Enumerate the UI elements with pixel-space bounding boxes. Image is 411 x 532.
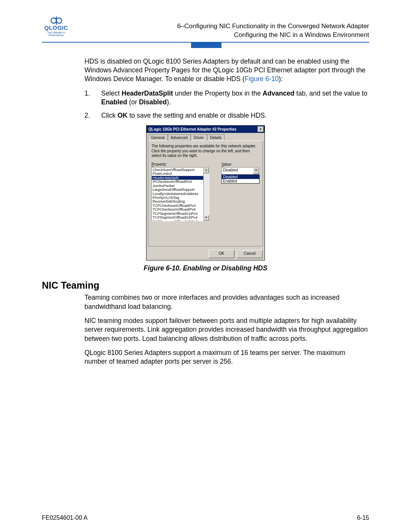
steps-list: Select HeaderDataSplit under the Propert… bbox=[84, 89, 369, 120]
close-icon[interactable]: × bbox=[258, 126, 264, 132]
figure-caption: Figure 6-10. Enabling or Disabling HDS bbox=[42, 264, 369, 272]
section-heading-nic-teaming: NIC Teaming bbox=[42, 280, 369, 291]
value-combobox[interactable]: Disabled ▼ bbox=[221, 167, 260, 174]
value-option[interactable]: Disabled bbox=[222, 175, 259, 179]
step-1: Select HeaderDataSplit under the Propert… bbox=[84, 89, 369, 107]
value-dropdown[interactable]: DisabledEnabled bbox=[221, 174, 260, 184]
header-line-1: 6–Configuring NIC Functionality in the C… bbox=[177, 22, 369, 31]
tab-strip: General Advanced Driver Details bbox=[147, 133, 264, 141]
logo: QLOGIC The Ultimate in Performance bbox=[42, 15, 70, 37]
svg-point-1 bbox=[56, 18, 62, 23]
logo-name: QLOGIC bbox=[42, 24, 70, 31]
ok-button[interactable]: OK bbox=[209, 250, 234, 258]
figure-link[interactable]: Figure 6-10 bbox=[245, 75, 279, 83]
intro-text: HDS is disabled on QLogic 8100 Series Ad… bbox=[84, 58, 365, 83]
value-label: Value: bbox=[221, 162, 260, 166]
logo-tagline: The Ultimate in Performance bbox=[42, 31, 70, 37]
step-2: Click OK to save the setting and enable … bbox=[84, 111, 369, 120]
dialog-description: The following properties are available f… bbox=[151, 144, 260, 158]
scrollbar[interactable]: ▴ ▾ bbox=[203, 168, 209, 221]
teaming-para-2: NIC teaming modes support failover betwe… bbox=[84, 316, 369, 343]
property-item[interactable]: TCPSegmentOffloadV2IPv6 bbox=[152, 220, 203, 221]
teaming-para-3: QLogic 8100 Series Adapters support a ma… bbox=[84, 348, 369, 366]
property-listbox[interactable]: CheckSumOffloadSupportFlowControlHeaderd… bbox=[151, 167, 209, 221]
svg-point-0 bbox=[51, 18, 56, 23]
intro-paragraph: HDS is disabled on QLogic 8100 Series Ad… bbox=[84, 57, 369, 84]
header-line-2: Configuring the NIC in a Windows Environ… bbox=[177, 31, 369, 40]
value-current: Disabled bbox=[222, 168, 253, 174]
chevron-down-icon[interactable]: ▼ bbox=[253, 168, 259, 174]
properties-dialog: QLogic 10Gb PCI Ethernet Adapter #2 Prop… bbox=[146, 125, 265, 260]
value-option[interactable]: Enabled bbox=[222, 179, 259, 183]
intro-tail: ): bbox=[279, 75, 283, 83]
cancel-button[interactable]: Cancel bbox=[237, 250, 263, 258]
property-label: Property: bbox=[151, 162, 217, 166]
accent-bar bbox=[191, 43, 221, 48]
dialog-title: QLogic 10Gb PCI Ethernet Adapter #2 Prop… bbox=[148, 127, 236, 131]
tab-details[interactable]: Details bbox=[207, 134, 225, 141]
scroll-down-icon[interactable]: ▾ bbox=[204, 215, 209, 221]
tab-general[interactable]: General bbox=[148, 134, 168, 141]
footer-docnum: FE0254601-00 A bbox=[42, 514, 88, 521]
tab-driver[interactable]: Driver bbox=[191, 134, 207, 141]
footer-pagenum: 6-15 bbox=[357, 514, 369, 521]
teaming-para-1: Teaming combines two or more interfaces … bbox=[84, 293, 369, 311]
scroll-up-icon[interactable]: ▴ bbox=[204, 168, 209, 173]
tab-advanced[interactable]: Advanced bbox=[168, 134, 191, 141]
